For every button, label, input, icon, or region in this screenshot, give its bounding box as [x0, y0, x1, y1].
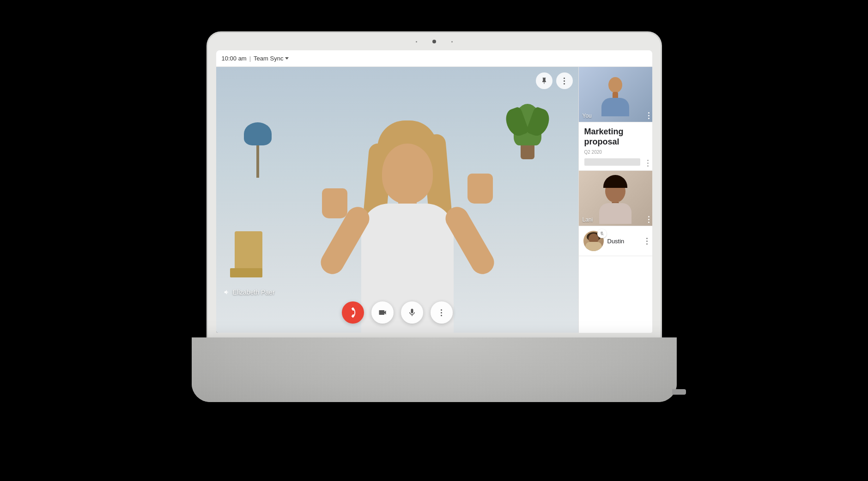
- dustin-avatar-wrapper: [583, 231, 604, 251]
- header-bar: 10:00 am | Team Sync: [216, 50, 652, 67]
- power-port: [672, 389, 686, 395]
- camera-bar: [208, 33, 661, 50]
- lamp-shade: [244, 122, 272, 145]
- woman-head: [382, 144, 433, 204]
- you-participant-tile: You: [579, 67, 652, 122]
- main-participant-figure: [306, 70, 509, 333]
- mic-icon: [407, 308, 417, 317]
- you-figure: [597, 72, 634, 116]
- more-options-button[interactable]: [431, 301, 453, 324]
- participant-name-overlay: Elizabeth Paer: [224, 289, 275, 296]
- lani-figure: [592, 173, 638, 224]
- more-options-icon: [441, 309, 442, 316]
- dustin-info: Dustin: [607, 237, 646, 245]
- dustin-more-icon: [646, 238, 648, 245]
- bg-plant: [514, 104, 541, 159]
- camera-lens: [432, 40, 436, 43]
- call-area: Elizabeth Paer: [216, 67, 652, 333]
- doc-subtitle: Q2 2020: [584, 150, 647, 155]
- more-dots-icon: [564, 78, 565, 84]
- you-more-icon: [648, 112, 649, 119]
- device-screen-housing: 10:00 am | Team Sync: [208, 33, 661, 337]
- dustin-participant-row: Dustin: [579, 226, 652, 256]
- camera-indicator-right: [451, 41, 453, 42]
- lamp-stand: [256, 145, 259, 178]
- lani-more-icon: [648, 216, 649, 223]
- lani-participant-tile: Lani: [579, 171, 652, 226]
- doc-more-icon: [647, 160, 649, 167]
- google-nest-hub-device: 10:00 am | Team Sync: [192, 33, 677, 448]
- bg-chair: [230, 231, 267, 296]
- meeting-name[interactable]: Team Sync: [254, 55, 289, 62]
- mute-icon: [600, 231, 604, 236]
- document-tile[interactable]: Marketing proposal Q2 2020: [579, 122, 652, 171]
- screen-bezel: 10:00 am | Team Sync: [216, 50, 652, 333]
- meeting-time: 10:00 am: [222, 55, 247, 62]
- main-video-area: Elizabeth Paer: [216, 67, 578, 333]
- woman-hand-left: [322, 188, 347, 218]
- you-more-button[interactable]: [648, 112, 649, 119]
- header-separator: |: [249, 55, 251, 62]
- mic-toggle-button[interactable]: [401, 301, 423, 324]
- device-stand: [192, 337, 677, 402]
- camera-toggle-button[interactable]: [371, 301, 394, 324]
- lani-more-button[interactable]: [648, 216, 649, 223]
- pin-icon: [540, 77, 548, 84]
- video-more-button[interactable]: [556, 72, 573, 89]
- lani-body: [599, 203, 631, 224]
- lani-hair: [603, 175, 627, 188]
- dustin-mute-badge: [597, 229, 607, 238]
- you-head: [608, 77, 622, 93]
- dustin-name: Dustin: [607, 238, 625, 245]
- doc-preview-bar: [584, 158, 641, 166]
- hangup-button[interactable]: [342, 301, 364, 324]
- doc-more-button[interactable]: [647, 160, 649, 167]
- you-body: [601, 98, 629, 116]
- hangup-icon: [348, 307, 358, 318]
- doc-title: Marketing proposal: [584, 127, 647, 147]
- participant-name-text: Elizabeth Paer: [233, 289, 275, 296]
- video-overlay-controls: [536, 72, 573, 89]
- call-controls: [216, 301, 578, 324]
- meeting-dropdown-icon: [285, 57, 289, 60]
- you-label: You: [583, 113, 592, 119]
- bg-lamp: [244, 122, 272, 178]
- dustin-more-button[interactable]: [646, 238, 648, 245]
- lani-label: Lani: [583, 216, 593, 223]
- dustin-body: [585, 242, 602, 251]
- pin-button[interactable]: [536, 72, 552, 89]
- camera-icon: [378, 308, 387, 317]
- screen-content: 10:00 am | Team Sync: [216, 50, 652, 333]
- speaker-wave-icon: [224, 289, 230, 295]
- speaker-fabric: [192, 337, 677, 402]
- woman-hand-right: [467, 174, 493, 204]
- right-panel: You Marketing proposal Q2 2020: [578, 67, 652, 333]
- camera-indicator-left: [416, 41, 417, 42]
